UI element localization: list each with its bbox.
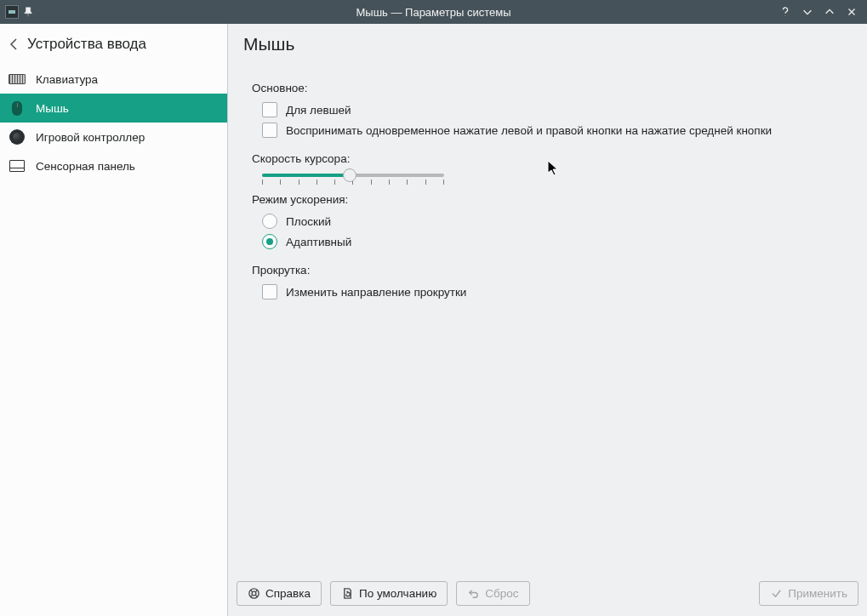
svg-point-1 [252,591,256,596]
reset-button[interactable]: Сброс [456,581,529,606]
help-button[interactable] [779,5,792,19]
maximize-button[interactable] [823,5,836,19]
lifebuoy-icon [248,587,260,600]
chord-middle-label: Воспринимать одновременное нажатие левой… [286,124,772,137]
accel-adaptive-radio[interactable] [262,234,277,249]
apply-button-label: Применить [788,587,847,600]
gamepad-icon [9,128,26,145]
pointer-speed-slider[interactable] [262,174,444,177]
slider-thumb[interactable] [343,168,356,182]
sidebar-item-keyboard[interactable]: Клавиатура [0,65,227,94]
sidebar-item-label: Клавиатура [36,73,98,86]
undo-icon [467,587,480,600]
sidebar-item-label: Игровой контроллер [36,131,145,144]
sidebar: Устройства ввода Клавиатура Мышь Игровой… [0,24,228,616]
reverse-scroll-label: Изменить направление прокрутки [286,286,466,299]
document-reset-icon [341,587,354,600]
general-label: Основное: [252,82,852,94]
keyboard-icon [9,71,26,88]
chevron-left-icon [7,37,20,51]
apply-button[interactable]: Применить [759,581,858,606]
accel-flat-radio[interactable] [262,214,277,229]
window-title: Мышь — Параметры системы [0,6,867,19]
sidebar-back[interactable]: Устройства ввода [0,24,227,65]
minimize-button[interactable] [801,5,814,19]
reset-button-label: Сброс [485,587,518,600]
pin-icon[interactable] [22,5,36,19]
defaults-button-label: По умолчанию [359,587,436,600]
app-icon [5,5,19,19]
titlebar: Мышь — Параметры системы [0,0,867,24]
sidebar-item-label: Мышь [36,102,69,115]
sidebar-item-gamepad[interactable]: Игровой контроллер [0,123,227,151]
scroll-label: Прокрутка: [252,264,852,277]
touchpad-icon [9,157,26,174]
left-handed-checkbox[interactable] [262,102,277,117]
help-button-label: Справка [265,587,311,600]
accel-adaptive-label: Адаптивный [286,236,351,248]
accel-flat-label: Плоский [286,215,331,228]
sidebar-item-mouse[interactable]: Мышь [0,94,227,123]
chord-middle-checkbox[interactable] [262,123,277,138]
left-handed-label: Для левшей [286,104,351,117]
help-button-footer[interactable]: Справка [237,581,322,606]
accel-label: Режим ускорения: [252,193,852,206]
close-button[interactable] [845,5,858,19]
footer: Справка По умолчанию Сброс Применить [228,580,867,616]
main-panel: Мышь Основное: Для левшей Воспринимать о… [228,24,867,616]
sidebar-item-label: Сенсорная панель [36,160,135,173]
sidebar-header-label: Устройства ввода [27,36,146,53]
reverse-scroll-checkbox[interactable] [262,284,277,299]
mouse-icon [9,100,26,117]
page-title: Мышь [228,24,867,60]
defaults-button[interactable]: По умолчанию [330,581,448,606]
check-icon [770,587,783,600]
speed-label: Скорость курсора: [252,152,852,165]
sidebar-item-touchpad[interactable]: Сенсорная панель [0,151,227,180]
